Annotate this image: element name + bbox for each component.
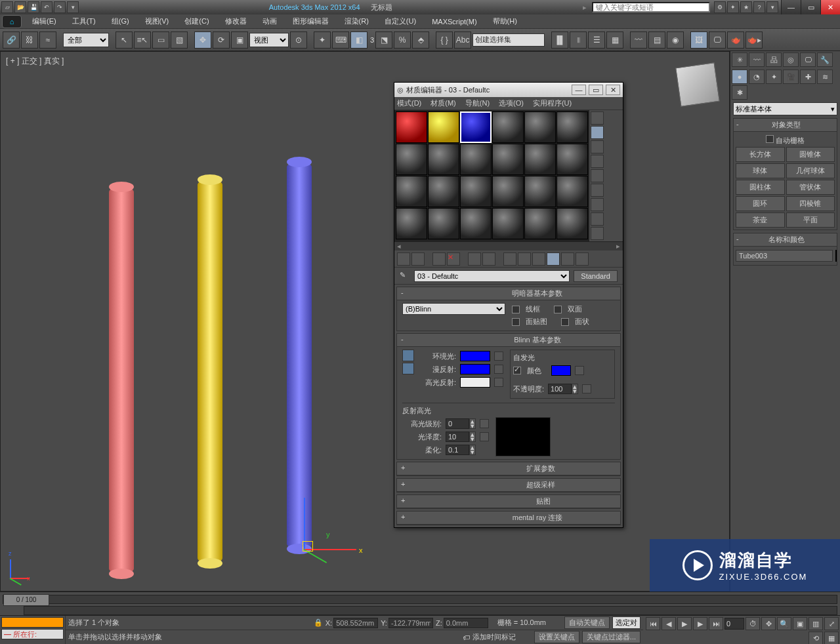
mat-map-nav-icon[interactable]	[591, 227, 604, 240]
nav-zoom-all-icon[interactable]: ▣	[793, 617, 807, 630]
cat-shapes-icon[interactable]: ◔	[749, 70, 765, 84]
btn-cone[interactable]: 圆锥体	[786, 147, 835, 162]
matwin-minimize[interactable]: —	[572, 85, 586, 95]
qat-new-icon[interactable]: ▱	[1, 1, 13, 13]
material-slot-10[interactable]	[492, 144, 524, 175]
material-editor-window[interactable]: ◎ 材质编辑器 - 03 - Defaultc — ▭ ✕ 模式(D) 材质(M…	[394, 82, 623, 528]
move-icon[interactable]: ✥	[194, 31, 211, 49]
rotate-icon[interactable]: ⟳	[213, 31, 230, 49]
facemap-checkbox[interactable]	[512, 318, 520, 326]
btn-tube[interactable]: 管状体	[786, 180, 835, 195]
mirror-icon[interactable]: ▐▌	[551, 31, 568, 49]
cat-lights-icon[interactable]: ✦	[766, 70, 782, 84]
gloss-map-button[interactable]	[480, 432, 489, 441]
selection-filter-select[interactable]: 全部	[63, 33, 109, 47]
twosided-checkbox[interactable]	[554, 306, 562, 313]
help-dropdown-icon[interactable]: ▾	[766, 1, 778, 13]
viewport-label[interactable]: [ + ] 正交 ] 真实 ]	[6, 56, 64, 67]
make-copy-icon[interactable]	[468, 252, 481, 266]
time-slider[interactable]: 0 / 100	[0, 592, 840, 606]
cat-cameras-icon[interactable]: 🎥	[783, 70, 799, 84]
render-setup-icon[interactable]: 🖼	[690, 31, 707, 49]
percent-snap-icon[interactable]: %	[394, 31, 411, 49]
menu-customize[interactable]: 自定义(U)	[377, 14, 424, 28]
app-menu-icon[interactable]: ⌂	[2, 15, 22, 28]
add-time-tag[interactable]: 添加时间标记	[472, 632, 516, 642]
cat-systems-icon[interactable]: ✱	[732, 85, 747, 100]
viewcube[interactable]	[675, 62, 720, 107]
selected-key-button[interactable]: 选定对	[612, 616, 640, 629]
material-slot-6[interactable]	[556, 111, 588, 143]
diffuse-swatch[interactable]	[460, 364, 490, 374]
exchange-icon[interactable]: ✦	[727, 1, 739, 13]
menu-grapheditors[interactable]: 图形编辑器	[285, 14, 337, 28]
opacity-map-button[interactable]	[582, 384, 591, 393]
show-end-result-icon[interactable]	[547, 252, 560, 266]
matmenu-navigation[interactable]: 导航(N)	[465, 98, 490, 108]
manipulate-icon[interactable]: ✦	[314, 31, 331, 49]
matwin-close[interactable]: ✕	[606, 85, 620, 95]
tab-modify-icon[interactable]: 〰	[749, 52, 765, 67]
render-icon[interactable]: 🫖	[727, 31, 744, 49]
video-check-icon[interactable]	[591, 169, 604, 182]
btn-sphere[interactable]: 球体	[736, 163, 785, 178]
selfillum-map-button[interactable]	[575, 366, 584, 375]
material-slot-8[interactable]	[428, 144, 459, 175]
object-cylinder-red[interactable]	[109, 187, 134, 574]
next-frame-icon[interactable]: ▶	[693, 617, 707, 630]
object-cylinder-yellow[interactable]	[198, 180, 222, 563]
autogrid-checkbox[interactable]	[766, 135, 774, 143]
material-type-button[interactable]: Standard	[574, 270, 618, 282]
reset-map-icon[interactable]: ✕	[447, 252, 460, 266]
select-by-mat-icon[interactable]	[591, 212, 604, 226]
btn-torus[interactable]: 圆环	[736, 196, 785, 211]
render-prod-icon[interactable]: 🫖▸	[746, 31, 763, 49]
material-slot-21[interactable]	[460, 208, 492, 239]
shader-type-select[interactable]: (B)Blinn	[402, 303, 505, 315]
selfillum-color-checkbox[interactable]	[513, 367, 521, 374]
time-slider-thumb[interactable]: 0 / 100	[3, 594, 49, 606]
coord-y-input[interactable]	[388, 618, 433, 628]
material-slot-16[interactable]	[492, 176, 524, 207]
object-name-input[interactable]	[736, 250, 833, 262]
matwin-maximize[interactable]: ▭	[589, 85, 603, 95]
material-name-select[interactable]: 03 - Defaultc	[414, 270, 570, 282]
scale-icon[interactable]: ▣	[231, 31, 248, 49]
selfillum-swatch[interactable]	[551, 365, 571, 376]
maximize-button[interactable]: ▭	[801, 0, 820, 14]
menu-modifiers[interactable]: 修改器	[217, 14, 255, 28]
go-forward-icon[interactable]	[576, 252, 589, 266]
coord-z-input[interactable]	[444, 618, 488, 628]
coord-x-input[interactable]	[333, 618, 378, 628]
faceted-checkbox[interactable]	[561, 318, 569, 326]
material-slot-20[interactable]	[428, 208, 459, 239]
specular-swatch[interactable]	[460, 377, 490, 388]
unlink-icon[interactable]: ⛓	[21, 31, 38, 49]
time-tag-icon[interactable]: 🏷	[463, 634, 470, 641]
qat-more-icon[interactable]: ▾	[67, 1, 79, 13]
autokey-button[interactable]: 自动关键点	[564, 616, 610, 629]
material-slot-9[interactable]	[460, 144, 492, 175]
material-slot-19[interactable]	[396, 208, 427, 239]
speclevel-spinner[interactable]	[446, 418, 469, 429]
tab-hierarchy-icon[interactable]: 品	[766, 52, 782, 67]
btn-box[interactable]: 长方体	[736, 147, 785, 162]
material-slot-12[interactable]	[556, 144, 588, 175]
bind-spacewarp-icon[interactable]: ≈	[39, 31, 56, 49]
menu-maxscript[interactable]: MAXScript(M)	[424, 16, 484, 28]
graphite-icon[interactable]: ▦	[606, 31, 623, 49]
nav-zoom-ext-icon[interactable]: ⤢	[824, 617, 839, 630]
nav-max-toggle-icon[interactable]: ▦	[824, 632, 839, 644]
menu-animation[interactable]: 动画	[255, 14, 285, 28]
primitive-category-select[interactable]: 标准基本体▾	[733, 102, 837, 115]
material-slots-scrollbar[interactable]: ◂▸	[394, 241, 623, 251]
tab-motion-icon[interactable]: ◎	[783, 52, 799, 67]
menu-create[interactable]: 创建(C)	[177, 14, 217, 28]
prev-frame-icon[interactable]: ◀	[662, 617, 676, 630]
material-editor-icon[interactable]: ◉	[667, 31, 684, 49]
material-slot-14[interactable]	[428, 176, 459, 207]
schematic-icon[interactable]: ▤	[648, 31, 665, 49]
show-map-icon[interactable]	[532, 252, 545, 266]
specular-map-button[interactable]	[494, 378, 503, 387]
select-rect-icon[interactable]: ▭	[152, 31, 169, 49]
